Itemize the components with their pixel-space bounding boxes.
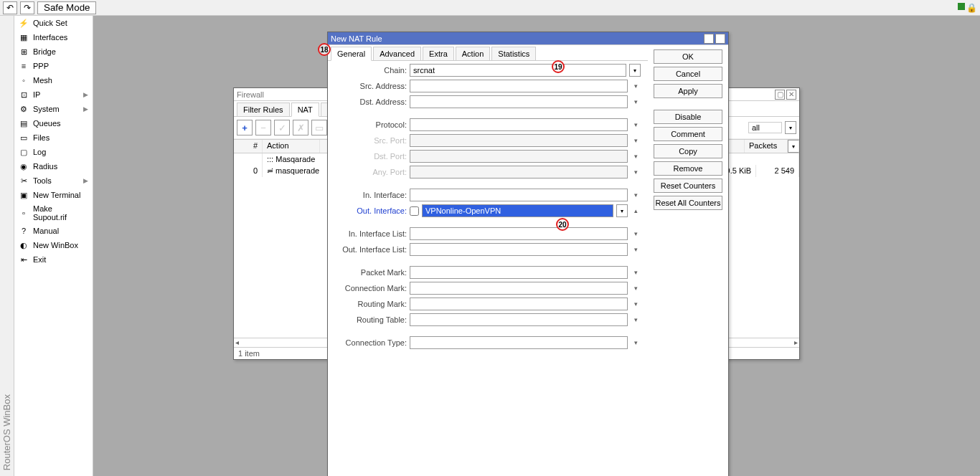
minimize-button[interactable]: ▢ <box>704 34 714 44</box>
sidebar-item-bridge[interactable]: ⊞Bridge <box>14 44 93 59</box>
collapse-arrow-icon[interactable]: ▴ <box>631 204 641 217</box>
in-interface-list-input[interactable] <box>410 227 628 240</box>
reset-all-counters-button[interactable]: Reset All Counters <box>654 196 722 210</box>
col-num[interactable]: # <box>234 140 263 153</box>
sidebar-item-manual[interactable]: ?Manual <box>14 224 93 238</box>
filter-dropdown[interactable]: ▾ <box>785 121 796 134</box>
menu-icon: ? <box>19 226 29 236</box>
col-packets[interactable]: Packets <box>745 140 788 153</box>
sidebar-item-ppp[interactable]: ≡PPP <box>14 59 93 73</box>
sidebar-item-interfaces[interactable]: ▦Interfaces <box>14 30 93 44</box>
sidebar-item-queues[interactable]: ▤Queues <box>14 116 93 130</box>
routing-mark-input[interactable] <box>410 298 628 310</box>
sidebar-item-quick-set[interactable]: ⚡Quick Set <box>14 16 93 30</box>
sidebar-item-new-terminal[interactable]: ▣New Terminal <box>14 188 93 202</box>
packet-mark-input[interactable] <box>410 266 628 279</box>
comment-button[interactable]: ▭ <box>311 120 327 135</box>
connection-type-input[interactable] <box>410 336 628 349</box>
connection-mark-label: Connection Mark: <box>335 284 407 292</box>
tab-nat[interactable]: NAT <box>291 103 319 117</box>
app-title: RouterOS WinBox <box>1 389 12 476</box>
expand-arrow-icon[interactable]: ▾ <box>631 189 641 201</box>
nat-title-text: New NAT Rule <box>331 34 382 43</box>
menu-icon: ≡ <box>19 61 29 71</box>
routing-table-input[interactable] <box>410 313 628 326</box>
nat-title-bar[interactable]: New NAT Rule ▢ ✕ <box>328 32 728 45</box>
sidebar-item-new-winbox[interactable]: ◐New WinBox <box>14 238 93 252</box>
sidebar-item-tools[interactable]: ✂Tools▶ <box>14 173 93 188</box>
sidebar-item-label: Files <box>33 133 50 142</box>
menu-icon: ✂ <box>19 176 29 186</box>
tab-general[interactable]: General <box>331 47 372 61</box>
protocol-label: Protocol: <box>335 120 407 129</box>
scroll-right-icon[interactable]: ▸ <box>794 338 798 346</box>
minimize-button[interactable]: ▢ <box>775 90 785 100</box>
close-button[interactable]: ✕ <box>715 34 725 44</box>
routing-table-label: Routing Table: <box>335 315 407 324</box>
protocol-input[interactable] <box>410 118 628 131</box>
sidebar-item-exit[interactable]: ⇤Exit <box>14 252 93 267</box>
sidebar-item-ip[interactable]: ⊡IP▶ <box>14 87 93 102</box>
sidebar-item-mesh[interactable]: ◦Mesh <box>14 73 93 87</box>
expand-arrow-icon[interactable]: ▾ <box>631 298 641 310</box>
menu-icon: ◉ <box>19 161 29 171</box>
remove-button[interactable]: − <box>255 120 271 135</box>
out-interface-list-input[interactable] <box>410 243 628 256</box>
expand-arrow-icon[interactable]: ▾ <box>631 336 641 349</box>
safe-mode-button[interactable]: Safe Mode <box>37 1 96 14</box>
nat-rule-window: New NAT Rule ▢ ✕ General Advanced Extra … <box>327 32 729 476</box>
undo-button[interactable]: ↶ <box>3 1 17 14</box>
comment-button[interactable]: Comment <box>654 127 722 141</box>
sidebar-item-files[interactable]: ▭Files <box>14 130 93 145</box>
out-interface-input[interactable] <box>422 204 613 217</box>
ok-button[interactable]: OK <box>654 49 722 64</box>
src-address-input[interactable] <box>410 80 628 92</box>
tab-action[interactable]: Action <box>456 47 491 60</box>
tab-advanced[interactable]: Advanced <box>373 47 421 60</box>
expand-arrow-icon[interactable]: ▾ <box>631 227 641 240</box>
menu-icon: ⇤ <box>19 254 29 265</box>
chevron-right-icon: ▶ <box>83 91 88 98</box>
sidebar-item-label: Bridge <box>33 47 56 56</box>
chain-label: Chain: <box>335 66 407 75</box>
col-action[interactable]: Action <box>263 140 320 153</box>
cancel-button[interactable]: Cancel <box>654 67 722 81</box>
in-interface-input[interactable] <box>410 189 628 201</box>
chevron-right-icon: ▶ <box>83 105 88 113</box>
expand-arrow-icon[interactable]: ▾ <box>631 95 641 108</box>
sidebar-item-radius[interactable]: ◉Radius <box>14 159 93 173</box>
remove-button[interactable]: Remove <box>654 161 722 176</box>
chain-dropdown[interactable]: ▾ <box>629 64 641 77</box>
connection-type-label: Connection Type: <box>335 338 407 347</box>
copy-button[interactable]: Copy <box>654 144 722 158</box>
out-interface-dropdown[interactable]: ▾ <box>616 204 628 217</box>
enable-button[interactable]: ✓ <box>274 120 290 135</box>
apply-button[interactable]: Apply <box>654 84 722 98</box>
redo-button[interactable]: ↷ <box>20 1 34 14</box>
sidebar-item-log[interactable]: ▢Log <box>14 145 93 159</box>
chain-input[interactable] <box>410 64 626 77</box>
expand-arrow-icon[interactable]: ▾ <box>631 80 641 92</box>
scroll-left-icon[interactable]: ◂ <box>235 338 239 346</box>
tab-extra[interactable]: Extra <box>423 47 454 60</box>
tab-filter-rules[interactable]: Filter Rules <box>237 103 290 116</box>
expand-arrow-icon[interactable]: ▾ <box>631 282 641 295</box>
sidebar-item-system[interactable]: ⚙System▶ <box>14 102 93 116</box>
expand-arrow-icon[interactable]: ▾ <box>631 243 641 256</box>
add-button[interactable]: + <box>237 120 253 135</box>
col-menu[interactable]: ▾ <box>788 140 799 153</box>
expand-arrow-icon[interactable]: ▾ <box>631 118 641 131</box>
close-button[interactable]: ✕ <box>786 90 796 100</box>
disable-button[interactable]: ✗ <box>293 120 308 135</box>
sidebar-item-make-supout.rif[interactable]: ▫Make Supout.rif <box>14 202 93 224</box>
menu-icon: ▦ <box>19 32 29 42</box>
expand-arrow-icon[interactable]: ▾ <box>631 266 641 279</box>
dst-address-input[interactable] <box>410 95 628 108</box>
workspace: Firewall ▢ ✕ Filter Rules NAT Man + − ✓ … <box>93 16 980 476</box>
reset-counters-button[interactable]: Reset Counters <box>654 178 722 193</box>
expand-arrow-icon[interactable]: ▾ <box>631 313 641 326</box>
out-interface-invert-checkbox[interactable] <box>410 206 419 216</box>
tab-statistics[interactable]: Statistics <box>491 47 536 60</box>
disable-button[interactable]: Disable <box>654 110 722 124</box>
connection-mark-input[interactable] <box>410 282 628 295</box>
